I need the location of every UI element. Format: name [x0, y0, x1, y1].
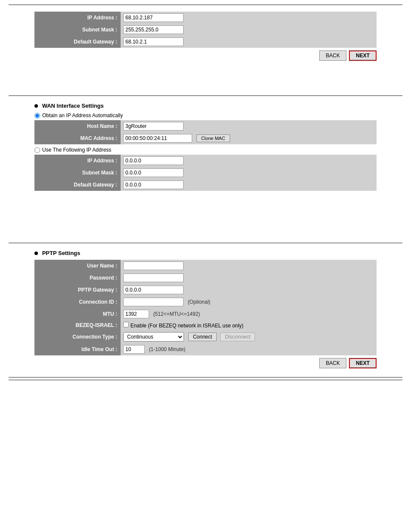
idle-timeout-label: Idle Time Out :: [34, 343, 121, 355]
manual-ip-input[interactable]: [123, 156, 184, 165]
password-label: Password :: [34, 272, 121, 284]
mac-address-input[interactable]: [123, 134, 192, 143]
manual-subnet-value: [121, 167, 358, 179]
table-row: PPTP Gateway :: [34, 284, 377, 296]
section1: IP Address : Subnet Mask : Default Gatew…: [0, 5, 411, 69]
username-input[interactable]: [123, 261, 184, 270]
table-row: Password :: [34, 272, 377, 284]
back-button[interactable]: BACK: [319, 50, 346, 61]
section3-title-text: PPTP Settings: [42, 250, 81, 256]
table-row: MTU : (512<=MTU<=1492): [34, 308, 377, 320]
connection-type-value: Continuous Connect on Demand Manual Conn…: [121, 330, 367, 343]
table-row: BEZEQ-ISRAEL : Enable (For BEZEQ network…: [34, 320, 377, 330]
pptp-table: User Name : Password : PPTP Gateway :: [34, 260, 377, 355]
manual-ip-label: Use The Following IP Address: [42, 147, 111, 153]
section3-back-button[interactable]: BACK: [319, 358, 346, 368]
idle-hint: (1-1000 Minute): [149, 346, 186, 352]
subnet-mask-input[interactable]: [123, 25, 184, 34]
section1-table: IP Address : Subnet Mask : Default Gatew…: [34, 12, 377, 48]
username-extra: [367, 260, 377, 272]
bezeq-checkbox[interactable]: [123, 322, 129, 327]
next-button[interactable]: NEXT: [349, 50, 377, 61]
bezeq-value: Enable (For BEZEQ network in ISRAEL use …: [121, 320, 367, 330]
pptp-gateway-extra: [367, 284, 377, 296]
mtu-extra: [367, 308, 377, 320]
section3: PPTP Settings User Name : Password :: [0, 243, 411, 377]
table-row: Default Gateway :: [34, 179, 377, 191]
connection-type-extra: [367, 330, 377, 343]
section2: WAN Interface Settings Obtain an IP Addr…: [0, 96, 411, 199]
spacer1: [0, 69, 411, 95]
mac-address-label: MAC Address :: [34, 132, 121, 144]
manual-ip-radio[interactable]: [34, 147, 40, 153]
mtu-hint: (512<=MTU<=1492): [153, 311, 200, 317]
manual-subnet-input[interactable]: [123, 168, 184, 177]
mtu-value: (512<=MTU<=1492): [121, 308, 367, 320]
section2-auto-table: Host Name : MAC Address : Clone MAC: [34, 120, 377, 144]
table-row: User Name :: [34, 260, 377, 272]
section2-title: WAN Interface Settings: [34, 103, 377, 109]
section3-next-button[interactable]: NEXT: [349, 358, 377, 368]
section2-title-text: WAN Interface Settings: [42, 103, 104, 109]
connection-type-label: Connection Type :: [34, 330, 121, 343]
table-row: Subnet Mask :: [34, 24, 377, 36]
connection-id-value: (Optional): [121, 296, 367, 308]
bezeq-extra: [367, 320, 377, 330]
connect-button[interactable]: Connect: [188, 333, 217, 341]
manual-gateway-label: Default Gateway :: [34, 179, 121, 191]
bezeq-text: Enable (For BEZEQ network in ISRAEL use …: [131, 323, 243, 329]
mtu-input[interactable]: [123, 310, 149, 318]
page-wrapper: IP Address : Subnet Mask : Default Gatew…: [0, 0, 411, 436]
table-row: IP Address :: [34, 155, 377, 167]
manual-ip-value: [121, 155, 358, 167]
host-name-value: [121, 120, 365, 132]
ip-address-label: IP Address :: [34, 12, 121, 24]
password-input[interactable]: [123, 274, 184, 282]
manual-gateway-value: [121, 179, 358, 191]
mtu-label: MTU :: [34, 308, 121, 320]
pptp-gateway-label: PPTP Gateway :: [34, 284, 121, 296]
section3-title: PPTP Settings: [34, 250, 377, 256]
ip-address-input[interactable]: [123, 13, 184, 22]
default-gateway-value: [121, 36, 358, 48]
host-name-extra: [365, 120, 377, 132]
idle-timeout-input[interactable]: [123, 345, 145, 354]
section3-buttons: BACK NEXT: [34, 358, 377, 368]
bottom-divider1: [9, 377, 402, 378]
subnet-mask-extra: [358, 24, 377, 36]
connection-id-label: Connection ID :: [34, 296, 121, 308]
manual-subnet-extra: [358, 167, 377, 179]
section2-manual-table: IP Address : Subnet Mask : Default Gatew…: [34, 155, 377, 191]
clone-mac-button[interactable]: Clone MAC: [196, 134, 230, 142]
password-extra: [367, 272, 377, 284]
table-row: Connection ID : (Optional): [34, 296, 377, 308]
table-row: Host Name :: [34, 120, 377, 132]
manual-ip-row: Use The Following IP Address: [34, 147, 377, 153]
pptp-gateway-input[interactable]: [123, 286, 184, 294]
connection-id-extra: [367, 296, 377, 308]
auto-ip-label: Obtain an IP Address Automatically: [42, 112, 123, 118]
auto-ip-radio[interactable]: [34, 113, 40, 118]
table-row: Idle Time Out : (1-1000 Minute): [34, 343, 377, 355]
mac-address-value: Clone MAC: [121, 132, 365, 144]
disconnect-button[interactable]: Disconnect: [220, 333, 255, 341]
spacer2: [0, 199, 411, 243]
password-value: [121, 272, 367, 284]
pptp-gateway-value: [121, 284, 367, 296]
bottom-spacer: [0, 380, 411, 432]
idle-timeout-extra: [367, 343, 377, 355]
default-gateway-extra: [358, 36, 377, 48]
default-gateway-label: Default Gateway :: [34, 36, 121, 48]
connection-type-select[interactable]: Continuous Connect on Demand Manual: [123, 332, 184, 342]
connection-id-input[interactable]: [123, 298, 184, 306]
auto-ip-row: Obtain an IP Address Automatically: [34, 112, 377, 118]
section1-buttons: BACK NEXT: [34, 50, 377, 61]
bullet-icon2: [34, 252, 38, 255]
table-row: Subnet Mask :: [34, 167, 377, 179]
bullet-icon: [34, 104, 38, 108]
manual-gateway-input[interactable]: [123, 180, 184, 189]
default-gateway-input[interactable]: [123, 37, 184, 46]
username-value: [121, 260, 367, 272]
host-name-input[interactable]: [123, 122, 184, 131]
table-row: Default Gateway :: [34, 36, 377, 48]
